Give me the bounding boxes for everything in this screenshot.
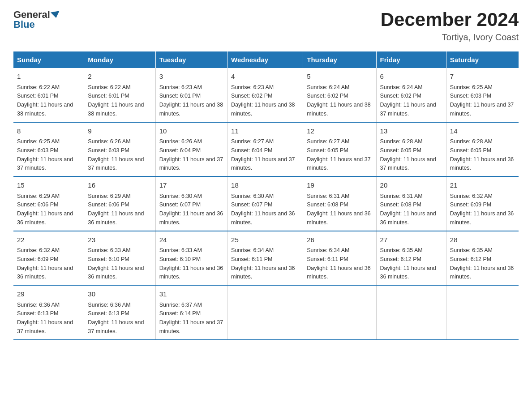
day-number: 16	[88, 180, 151, 191]
page-subtitle: Tortiya, Ivory Coast	[381, 32, 519, 43]
day-info: Sunrise: 6:37 AMSunset: 6:14 PMDaylight:…	[159, 302, 223, 334]
weekday-header-sunday: Sunday	[13, 51, 84, 68]
day-number: 1	[17, 72, 80, 82]
day-info: Sunrise: 6:35 AMSunset: 6:12 PMDaylight:…	[380, 247, 436, 280]
calendar-cell: 5 Sunrise: 6:24 AMSunset: 6:02 PMDayligh…	[303, 68, 376, 122]
week-row-2: 8 Sunrise: 6:25 AMSunset: 6:03 PMDayligh…	[13, 122, 519, 177]
day-number: 24	[159, 235, 223, 245]
calendar-cell	[446, 285, 519, 340]
calendar-cell: 30 Sunrise: 6:36 AMSunset: 6:13 PMDaylig…	[84, 285, 155, 340]
calendar-cell: 10 Sunrise: 6:26 AMSunset: 6:04 PMDaylig…	[155, 122, 227, 177]
day-number: 17	[159, 180, 223, 191]
calendar-cell	[376, 285, 446, 340]
day-info: Sunrise: 6:25 AMSunset: 6:03 PMDaylight:…	[17, 138, 73, 171]
day-number: 19	[307, 180, 372, 191]
calendar-cell: 18 Sunrise: 6:30 AMSunset: 6:07 PMDaylig…	[227, 176, 303, 231]
day-number: 29	[17, 289, 80, 300]
calendar-cell: 21 Sunrise: 6:32 AMSunset: 6:09 PMDaylig…	[446, 176, 519, 231]
day-number: 21	[450, 180, 515, 191]
calendar-cell: 29 Sunrise: 6:36 AMSunset: 6:13 PMDaylig…	[13, 285, 84, 340]
weekday-header-tuesday: Tuesday	[155, 51, 227, 68]
calendar-cell: 24 Sunrise: 6:33 AMSunset: 6:10 PMDaylig…	[155, 231, 227, 286]
calendar-cell: 15 Sunrise: 6:29 AMSunset: 6:06 PMDaylig…	[13, 176, 84, 231]
calendar-cell: 13 Sunrise: 6:28 AMSunset: 6:05 PMDaylig…	[376, 122, 446, 177]
day-info: Sunrise: 6:28 AMSunset: 6:05 PMDaylight:…	[450, 138, 514, 171]
day-info: Sunrise: 6:36 AMSunset: 6:13 PMDaylight:…	[17, 302, 73, 334]
day-number: 10	[159, 126, 223, 137]
calendar-cell: 17 Sunrise: 6:30 AMSunset: 6:07 PMDaylig…	[155, 176, 227, 231]
day-number: 25	[231, 235, 299, 245]
week-row-4: 22 Sunrise: 6:32 AMSunset: 6:09 PMDaylig…	[13, 231, 519, 286]
day-info: Sunrise: 6:30 AMSunset: 6:07 PMDaylight:…	[159, 193, 223, 226]
calendar-cell: 9 Sunrise: 6:26 AMSunset: 6:03 PMDayligh…	[84, 122, 155, 177]
day-info: Sunrise: 6:30 AMSunset: 6:07 PMDaylight:…	[231, 193, 295, 226]
weekday-header-friday: Friday	[376, 51, 446, 68]
day-info: Sunrise: 6:26 AMSunset: 6:03 PMDaylight:…	[88, 138, 144, 171]
page-title: December 2024	[381, 9, 519, 30]
calendar-cell: 20 Sunrise: 6:31 AMSunset: 6:08 PMDaylig…	[376, 176, 446, 231]
week-row-5: 29 Sunrise: 6:36 AMSunset: 6:13 PMDaylig…	[13, 285, 519, 340]
day-number: 27	[380, 235, 442, 245]
day-info: Sunrise: 6:22 AMSunset: 6:01 PMDaylight:…	[88, 84, 144, 117]
weekday-header-monday: Monday	[84, 51, 155, 68]
day-info: Sunrise: 6:27 AMSunset: 6:05 PMDaylight:…	[307, 138, 370, 171]
day-number: 22	[17, 235, 80, 245]
day-number: 4	[231, 72, 299, 82]
weekday-header-row: SundayMondayTuesdayWednesdayThursdayFrid…	[13, 51, 519, 68]
calendar-cell: 4 Sunrise: 6:23 AMSunset: 6:02 PMDayligh…	[227, 68, 303, 122]
day-number: 3	[159, 72, 223, 82]
weekday-header-wednesday: Wednesday	[227, 51, 303, 68]
calendar-cell: 6 Sunrise: 6:24 AMSunset: 6:02 PMDayligh…	[376, 68, 446, 122]
day-info: Sunrise: 6:35 AMSunset: 6:12 PMDaylight:…	[450, 247, 514, 280]
day-info: Sunrise: 6:36 AMSunset: 6:13 PMDaylight:…	[88, 302, 144, 334]
day-info: Sunrise: 6:31 AMSunset: 6:08 PMDaylight:…	[307, 193, 370, 226]
logo-arrow-icon	[51, 11, 60, 18]
week-row-3: 15 Sunrise: 6:29 AMSunset: 6:06 PMDaylig…	[13, 176, 519, 231]
day-number: 6	[380, 72, 442, 82]
day-info: Sunrise: 6:22 AMSunset: 6:01 PMDaylight:…	[17, 84, 73, 117]
day-info: Sunrise: 6:33 AMSunset: 6:10 PMDaylight:…	[159, 247, 223, 280]
calendar-cell: 2 Sunrise: 6:22 AMSunset: 6:01 PMDayligh…	[84, 68, 155, 122]
calendar-cell: 3 Sunrise: 6:23 AMSunset: 6:01 PMDayligh…	[155, 68, 227, 122]
day-info: Sunrise: 6:34 AMSunset: 6:11 PMDaylight:…	[231, 247, 295, 280]
day-info: Sunrise: 6:26 AMSunset: 6:04 PMDaylight:…	[159, 138, 223, 171]
day-info: Sunrise: 6:24 AMSunset: 6:02 PMDaylight:…	[380, 84, 436, 117]
day-number: 18	[231, 180, 299, 191]
calendar-cell: 11 Sunrise: 6:27 AMSunset: 6:04 PMDaylig…	[227, 122, 303, 177]
day-number: 31	[159, 289, 223, 300]
logo: General Blue	[13, 9, 60, 30]
calendar-cell	[227, 285, 303, 340]
calendar-cell: 26 Sunrise: 6:34 AMSunset: 6:11 PMDaylig…	[303, 231, 376, 286]
day-number: 14	[450, 126, 515, 137]
day-number: 26	[307, 235, 372, 245]
calendar-cell: 8 Sunrise: 6:25 AMSunset: 6:03 PMDayligh…	[13, 122, 84, 177]
day-info: Sunrise: 6:23 AMSunset: 6:01 PMDaylight:…	[159, 84, 223, 117]
calendar-cell: 7 Sunrise: 6:25 AMSunset: 6:03 PMDayligh…	[446, 68, 519, 122]
calendar-table: SundayMondayTuesdayWednesdayThursdayFrid…	[13, 51, 519, 340]
day-info: Sunrise: 6:33 AMSunset: 6:10 PMDaylight:…	[88, 247, 144, 280]
day-number: 28	[450, 235, 515, 245]
day-info: Sunrise: 6:27 AMSunset: 6:04 PMDaylight:…	[231, 138, 295, 171]
calendar-cell: 23 Sunrise: 6:33 AMSunset: 6:10 PMDaylig…	[84, 231, 155, 286]
week-row-1: 1 Sunrise: 6:22 AMSunset: 6:01 PMDayligh…	[13, 68, 519, 122]
day-number: 11	[231, 126, 299, 137]
day-info: Sunrise: 6:24 AMSunset: 6:02 PMDaylight:…	[307, 84, 370, 117]
day-number: 7	[450, 72, 515, 82]
day-info: Sunrise: 6:29 AMSunset: 6:06 PMDaylight:…	[17, 193, 73, 226]
day-info: Sunrise: 6:29 AMSunset: 6:06 PMDaylight:…	[88, 193, 144, 226]
calendar-cell	[303, 285, 376, 340]
calendar-cell: 14 Sunrise: 6:28 AMSunset: 6:05 PMDaylig…	[446, 122, 519, 177]
calendar-cell: 31 Sunrise: 6:37 AMSunset: 6:14 PMDaylig…	[155, 285, 227, 340]
day-number: 20	[380, 180, 442, 191]
day-number: 30	[88, 289, 151, 300]
day-info: Sunrise: 6:31 AMSunset: 6:08 PMDaylight:…	[380, 193, 436, 226]
day-number: 8	[17, 126, 80, 137]
day-info: Sunrise: 6:34 AMSunset: 6:11 PMDaylight:…	[307, 247, 370, 280]
day-info: Sunrise: 6:32 AMSunset: 6:09 PMDaylight:…	[450, 193, 514, 226]
day-number: 5	[307, 72, 372, 82]
calendar-cell: 16 Sunrise: 6:29 AMSunset: 6:06 PMDaylig…	[84, 176, 155, 231]
weekday-header-thursday: Thursday	[303, 51, 376, 68]
calendar-cell: 28 Sunrise: 6:35 AMSunset: 6:12 PMDaylig…	[446, 231, 519, 286]
calendar-cell: 22 Sunrise: 6:32 AMSunset: 6:09 PMDaylig…	[13, 231, 84, 286]
calendar-cell: 12 Sunrise: 6:27 AMSunset: 6:05 PMDaylig…	[303, 122, 376, 177]
